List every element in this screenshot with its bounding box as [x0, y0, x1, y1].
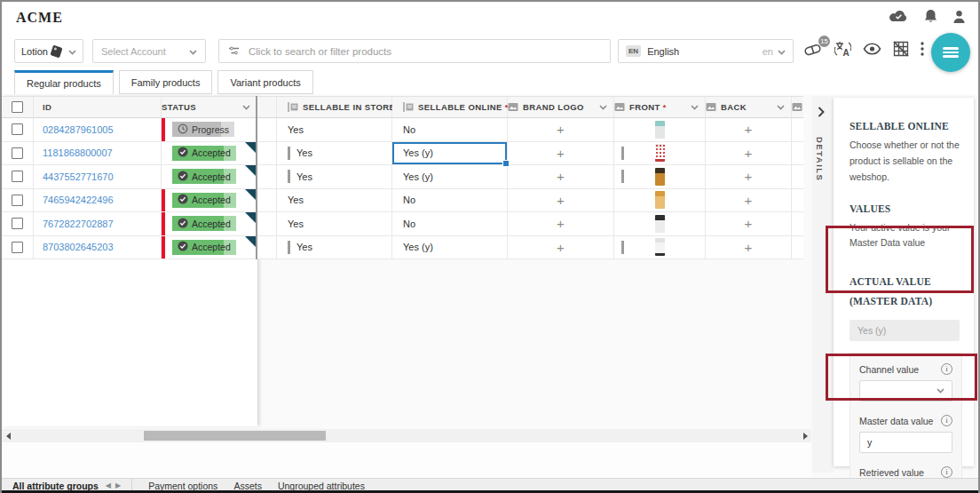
front-image-cell[interactable]	[614, 165, 706, 189]
chevron-down-icon[interactable]	[242, 102, 250, 112]
brand-logo-cell[interactable]: +	[508, 142, 614, 166]
tab-family-products[interactable]: Family products	[119, 70, 213, 94]
chevron-down-icon[interactable]	[777, 102, 785, 112]
row-checkbox[interactable]	[12, 195, 23, 206]
scroll-left-icon[interactable]	[6, 433, 11, 440]
row-checkbox[interactable]	[12, 171, 23, 182]
brand-logo-cell[interactable]: +	[508, 165, 614, 189]
brand-logo-cell[interactable]: +	[508, 212, 614, 236]
attribute-group-all[interactable]: All attribute groups	[12, 481, 99, 491]
back-image-cell[interactable]: +	[706, 142, 792, 166]
back-image-cell[interactable]: +	[706, 236, 792, 260]
product-search[interactable]	[218, 39, 611, 63]
channel-value-select[interactable]	[859, 380, 952, 402]
scroll-right-icon[interactable]	[803, 433, 808, 440]
column-header-store[interactable]: SELLABLE IN STORE*	[277, 96, 392, 118]
attribute-group-assets[interactable]: Assets	[233, 481, 262, 491]
status-cell[interactable]: Accepted	[162, 165, 257, 189]
collapse-panel-icon[interactable]	[818, 105, 825, 121]
brand-logo-cell[interactable]: +	[508, 118, 614, 142]
id-cell[interactable]: 4437552771670	[34, 165, 162, 189]
row-select-cell[interactable]	[2, 165, 34, 189]
product-id-link[interactable]: 8703802645203	[43, 242, 114, 252]
account-select[interactable]: Select Account	[92, 39, 206, 63]
info-icon[interactable]: i	[941, 363, 952, 375]
status-cell[interactable]: Accepted	[162, 212, 257, 236]
product-id-link[interactable]: 7672822702887	[43, 219, 114, 229]
brand-logo-cell[interactable]: +	[508, 236, 614, 260]
product-id-link[interactable]: 0284287961005	[43, 124, 114, 135]
sellable-online-cell[interactable]: Yes (y)	[392, 142, 508, 166]
details-rail[interactable]: DETAILS	[812, 96, 834, 473]
user-icon[interactable]	[952, 10, 966, 24]
row-checkbox[interactable]	[12, 123, 23, 135]
info-icon[interactable]: i	[941, 466, 952, 478]
search-input[interactable]	[249, 46, 601, 57]
sellable-in-store-cell[interactable]: Yes	[277, 165, 392, 189]
chevron-down-icon[interactable]	[599, 102, 607, 112]
group-scroll-right-icon[interactable]: ▶	[115, 481, 121, 489]
add-image-icon[interactable]: +	[557, 216, 565, 231]
row-select-cell[interactable]	[2, 212, 34, 236]
row-checkbox[interactable]	[12, 218, 23, 229]
status-cell[interactable]: Accepted	[162, 142, 257, 166]
frozen-pane-divider[interactable]	[256, 96, 257, 259]
tab-variant-products[interactable]: Variant products	[217, 70, 312, 94]
back-image-cell[interactable]: +	[706, 212, 792, 236]
linked-products-icon[interactable]: 15	[803, 42, 823, 60]
no-grid-icon[interactable]	[893, 41, 909, 60]
add-image-icon[interactable]: +	[557, 122, 565, 137]
sellable-online-cell[interactable]: No	[392, 189, 508, 213]
add-image-icon[interactable]: +	[745, 146, 753, 161]
language-select[interactable]: EN English en	[618, 39, 794, 63]
product-id-link[interactable]: 4437552771670	[43, 171, 114, 182]
product-id-link[interactable]: 7465942422496	[43, 195, 114, 205]
workspace-select[interactable]: Lotion	[14, 39, 83, 63]
add-image-icon[interactable]: +	[557, 146, 565, 161]
row-checkbox[interactable]	[12, 242, 23, 253]
front-image-cell[interactable]	[614, 189, 706, 213]
attribute-group-payment-options[interactable]: Payment options	[148, 481, 217, 491]
notifications-bell-icon[interactable]	[924, 9, 937, 24]
info-icon[interactable]: i	[941, 415, 952, 426]
group-scroll-left-icon[interactable]: ◀	[106, 481, 111, 489]
sellable-in-store-cell[interactable]: Yes	[277, 212, 392, 236]
add-image-icon[interactable]: +	[557, 193, 565, 208]
preview-eye-icon[interactable]	[863, 43, 881, 59]
id-cell[interactable]: 0284287961005	[34, 118, 162, 142]
sellable-online-cell[interactable]: No	[392, 118, 508, 142]
horizontal-scrollbar[interactable]	[2, 429, 811, 442]
id-cell[interactable]: 1181868800007	[34, 142, 162, 166]
add-image-icon[interactable]: +	[745, 240, 753, 255]
product-id-link[interactable]: 1181868800007	[43, 147, 113, 158]
add-image-icon[interactable]: +	[745, 193, 753, 208]
add-image-icon[interactable]: +	[745, 169, 753, 184]
row-select-cell[interactable]	[2, 236, 34, 260]
status-cell[interactable]: Accepted	[162, 236, 257, 260]
more-options-icon[interactable]	[921, 42, 924, 60]
column-header-status[interactable]: STATUS	[162, 96, 257, 118]
sellable-in-store-cell[interactable]: Yes	[277, 142, 392, 166]
column-header-id[interactable]: ID	[34, 96, 162, 118]
add-image-icon[interactable]: +	[745, 122, 753, 137]
master-data-value-field[interactable]: y	[859, 432, 952, 453]
attribute-group-ungrouped-attributes[interactable]: Ungrouped attributes	[278, 481, 365, 491]
scrollbar-thumb[interactable]	[144, 431, 326, 441]
column-header-select[interactable]	[2, 96, 34, 118]
add-image-icon[interactable]: +	[557, 169, 565, 184]
row-select-cell[interactable]	[2, 189, 34, 213]
brand-logo-cell[interactable]: +	[508, 189, 614, 213]
chevron-down-icon[interactable]	[691, 102, 699, 112]
sellable-online-cell[interactable]: Yes (y)	[392, 236, 508, 260]
front-image-cell[interactable]	[614, 142, 706, 166]
sellable-in-store-cell[interactable]: Yes	[277, 236, 392, 260]
back-image-cell[interactable]: +	[706, 118, 792, 142]
status-cell[interactable]: Progress	[162, 118, 257, 142]
front-image-cell[interactable]	[614, 212, 706, 236]
back-image-cell[interactable]: +	[706, 165, 792, 189]
id-cell[interactable]: 7465942422496	[34, 189, 162, 213]
column-header-brand[interactable]: BRAND LOGO	[508, 96, 614, 118]
id-cell[interactable]: 7672822702887	[34, 212, 162, 236]
sync-cloud-icon[interactable]	[888, 9, 909, 24]
column-header-back[interactable]: BACK	[706, 96, 792, 118]
